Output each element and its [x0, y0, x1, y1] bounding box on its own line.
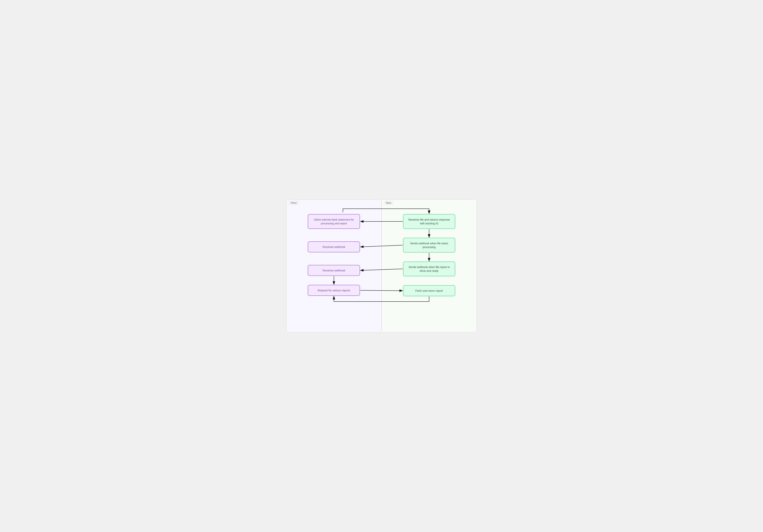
diagram-wrapper: Partner Client submits bank statement fo…	[286, 200, 477, 332]
sigma-label: Sigma	[384, 201, 393, 204]
box-sigma-1: Receives file and returns response with …	[403, 214, 455, 229]
box-sigma-2: Sends webhook when file starts processin…	[403, 238, 455, 252]
sigma-lane: Sigma Receives file and returns response…	[382, 200, 477, 332]
box-sigma-3: Sends webhook when file report is done a…	[403, 261, 455, 276]
box-sigma-4: Fetch and return report	[403, 285, 455, 296]
box-partner-4: Request for various reports	[308, 285, 360, 296]
diagram-container: Partner Client submits bank statement fo…	[286, 200, 477, 332]
sigma-boxes: Receives file and returns response with …	[387, 214, 471, 296]
box-partner-3: Receives webhook	[308, 265, 360, 276]
partner-lane: Partner Client submits bank statement fo…	[286, 200, 382, 332]
box-partner-2: Receives webhook	[308, 241, 360, 252]
box-partner-1: Client submits bank statement for proces…	[308, 214, 360, 229]
partner-boxes: Client submits bank statement for proces…	[292, 214, 376, 296]
partner-label: Partner	[289, 201, 299, 204]
